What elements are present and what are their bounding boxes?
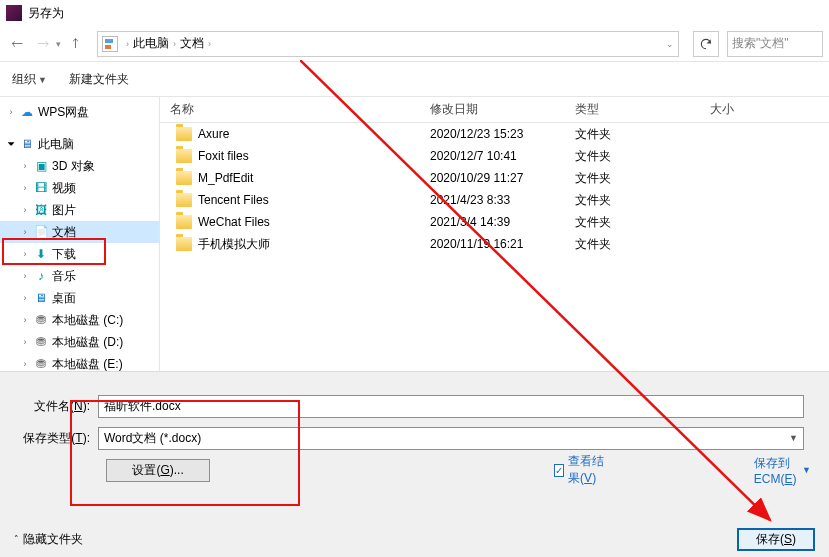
filename-input[interactable]: [98, 395, 804, 418]
3d-icon: ▣: [33, 158, 49, 174]
file-name: Tencent Files: [198, 193, 269, 207]
sidebar-item-label: 3D 对象: [52, 158, 95, 175]
chevron-right-icon: ›: [173, 39, 176, 49]
disk-icon: ⛃: [33, 356, 49, 371]
col-size[interactable]: 大小: [700, 101, 780, 118]
nav-tree: ›☁WPS网盘⏷🖥此电脑›▣3D 对象›🎞视频›🖼图片›📄文档›⬇下载›♪音乐›…: [0, 97, 160, 371]
tree-arrow-icon: ›: [20, 271, 30, 281]
search-input[interactable]: 搜索"文档": [727, 31, 823, 57]
dialog-footer: ˄ 隐藏文件夹 保存(S): [0, 521, 829, 557]
checkbox-icon: ✓: [554, 464, 564, 477]
table-row[interactable]: 手机模拟大师2020/11/19 16:21文件夹: [160, 233, 829, 255]
sidebar-item-label: 本地磁盘 (C:): [52, 312, 123, 329]
save-panel: 文件名(N): 保存类型(T): Word文档 (*.docx) ▼ 设置(G)…: [0, 371, 829, 521]
tree-arrow-icon: ›: [6, 107, 16, 117]
sidebar-item-3d[interactable]: ›▣3D 对象: [0, 155, 159, 177]
file-type: 文件夹: [565, 236, 700, 253]
save-button[interactable]: 保存(S): [737, 528, 815, 551]
file-name: M_PdfEdit: [198, 171, 253, 185]
organize-button[interactable]: 组织▼: [12, 71, 47, 88]
col-name[interactable]: 名称: [160, 101, 420, 118]
sidebar-item-cloud[interactable]: ›☁WPS网盘: [0, 101, 159, 123]
pc-icon: 🖥: [19, 136, 35, 152]
tree-arrow-icon: ›: [20, 293, 30, 303]
file-type: 文件夹: [565, 214, 700, 231]
file-type: 文件夹: [565, 192, 700, 209]
doc-icon: 📄: [33, 224, 49, 240]
col-date[interactable]: 修改日期: [420, 101, 565, 118]
breadcrumb[interactable]: › 此电脑 › 文档 › ⌄: [97, 31, 679, 57]
view-result-checkbox[interactable]: ✓ 查看结果(V): [554, 453, 606, 487]
music-icon: ♪: [33, 268, 49, 284]
table-row[interactable]: Foxit files2020/12/7 10:41文件夹: [160, 145, 829, 167]
sidebar-item-label: 视频: [52, 180, 76, 197]
file-name: Axure: [198, 127, 229, 141]
table-row[interactable]: Axure2020/12/23 15:23文件夹: [160, 123, 829, 145]
sidebar-item-disk[interactable]: ›⛃本地磁盘 (D:): [0, 331, 159, 353]
sidebar-item-music[interactable]: ›♪音乐: [0, 265, 159, 287]
sidebar-item-desktop[interactable]: ›🖥桌面: [0, 287, 159, 309]
file-date: 2020/10/29 11:27: [420, 171, 565, 185]
video-icon: 🎞: [33, 180, 49, 196]
sidebar-item-dl[interactable]: ›⬇下载: [0, 243, 159, 265]
save-to-ecm-link[interactable]: 保存到ECM(E) ▼: [754, 455, 811, 486]
folder-icon: [176, 237, 192, 251]
chevron-right-icon: ›: [126, 39, 129, 49]
tree-arrow-icon: ›: [20, 227, 30, 237]
search-placeholder: 搜索"文档": [732, 35, 789, 52]
folder-icon: [176, 215, 192, 229]
nav-toolbar: 🡐 🡒 ▾ 🡑 › 此电脑 › 文档 › ⌄ 搜索"文档": [0, 26, 829, 62]
path-segment-docs[interactable]: 文档: [180, 35, 204, 52]
tree-arrow-icon: ⏷: [6, 139, 16, 149]
path-segment-pc[interactable]: 此电脑: [133, 35, 169, 52]
view-result-label: 查看结果(V): [568, 453, 606, 487]
history-dropdown[interactable]: ▾: [56, 39, 61, 49]
titlebar: 另存为: [0, 0, 829, 26]
folder-icon: [176, 127, 192, 141]
sidebar-item-disk[interactable]: ›⛃本地磁盘 (C:): [0, 309, 159, 331]
chevron-up-icon: ˄: [14, 534, 19, 544]
sidebar-item-label: 本地磁盘 (E:): [52, 356, 123, 372]
table-row[interactable]: WeChat Files2021/3/4 14:39文件夹: [160, 211, 829, 233]
pic-icon: 🖼: [33, 202, 49, 218]
sidebar-item-doc[interactable]: ›📄文档: [0, 221, 159, 243]
folder-icon: [176, 193, 192, 207]
sidebar-item-label: 下载: [52, 246, 76, 263]
disk-icon: ⛃: [33, 334, 49, 350]
table-row[interactable]: Tencent Files2021/4/23 8:33文件夹: [160, 189, 829, 211]
file-name: WeChat Files: [198, 215, 270, 229]
file-date: 2020/11/19 16:21: [420, 237, 565, 251]
column-headers: 名称 修改日期 类型 大小: [160, 97, 829, 123]
tree-arrow-icon: ›: [20, 359, 30, 369]
tree-arrow-icon: ›: [20, 315, 30, 325]
tree-arrow-icon: ›: [20, 337, 30, 347]
sidebar-item-video[interactable]: ›🎞视频: [0, 177, 159, 199]
sidebar-item-pc[interactable]: ⏷🖥此电脑: [0, 133, 159, 155]
file-type: 文件夹: [565, 126, 700, 143]
chevron-down-icon: ▼: [802, 465, 811, 475]
filetype-select[interactable]: Word文档 (*.docx) ▼: [98, 427, 804, 450]
back-button[interactable]: 🡐: [6, 33, 28, 55]
up-button[interactable]: 🡑: [65, 33, 87, 55]
file-name: Foxit files: [198, 149, 249, 163]
col-type[interactable]: 类型: [565, 101, 700, 118]
sidebar-item-label: 此电脑: [38, 136, 74, 153]
dl-icon: ⬇: [33, 246, 49, 262]
refresh-button[interactable]: [693, 31, 719, 57]
table-row[interactable]: M_PdfEdit2020/10/29 11:27文件夹: [160, 167, 829, 189]
tree-arrow-icon: ›: [20, 205, 30, 215]
folder-icon: [176, 171, 192, 185]
file-name: 手机模拟大师: [198, 236, 270, 253]
file-type: 文件夹: [565, 148, 700, 165]
desktop-icon: 🖥: [33, 290, 49, 306]
hide-folders-button[interactable]: ˄ 隐藏文件夹: [14, 531, 83, 548]
forward-button[interactable]: 🡒: [32, 33, 54, 55]
folder-icon: [176, 149, 192, 163]
chevron-right-icon: ›: [208, 39, 211, 49]
settings-button[interactable]: 设置(G)...: [106, 459, 210, 482]
path-dropdown-icon[interactable]: ⌄: [666, 39, 674, 49]
sidebar-item-disk[interactable]: ›⛃本地磁盘 (E:): [0, 353, 159, 371]
sidebar-item-label: 桌面: [52, 290, 76, 307]
new-folder-button[interactable]: 新建文件夹: [69, 71, 129, 88]
sidebar-item-pic[interactable]: ›🖼图片: [0, 199, 159, 221]
